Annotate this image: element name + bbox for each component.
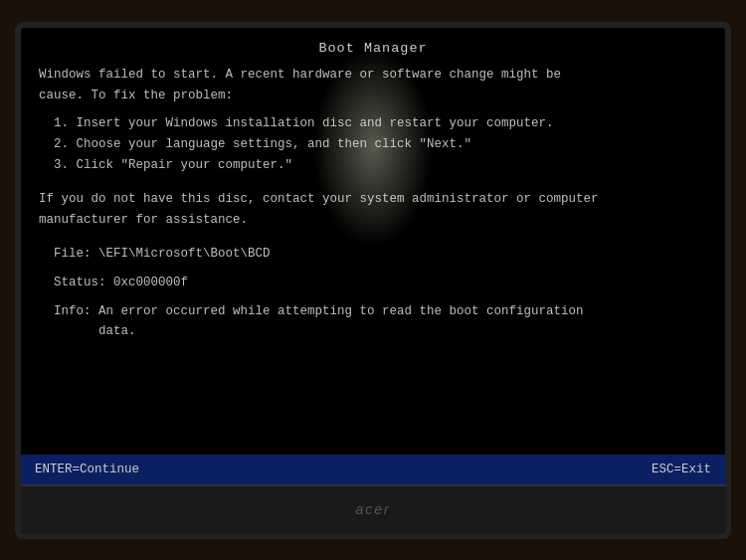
file-label: File: \EFI\Microsoft\Boot\BCD xyxy=(39,244,707,265)
esc-exit[interactable]: ESC=Exit xyxy=(652,463,711,476)
title-text: Boot Manager xyxy=(318,41,427,56)
contact-line2: manufacturer for assistance. xyxy=(39,210,707,231)
enter-continue[interactable]: ENTER=Continue xyxy=(35,463,139,476)
bottom-bar: ENTER=Continue ESC=Exit xyxy=(21,455,725,484)
brand-label: acer xyxy=(355,501,390,517)
error-text: Windows failed to start. A recent hardwa… xyxy=(39,65,707,342)
contact-line1: If you do not have this disc, contact yo… xyxy=(39,189,707,210)
monitor: Boot Manager Windows failed to start. A … xyxy=(15,22,731,539)
step3: 3. Click "Repair your computer." xyxy=(39,155,707,176)
title-bar: Boot Manager xyxy=(39,38,707,60)
screen: Boot Manager Windows failed to start. A … xyxy=(21,28,725,484)
error-line1: Windows failed to start. A recent hardwa… xyxy=(39,65,707,86)
monitor-base: acer xyxy=(21,484,725,533)
error-line2: cause. To fix the problem: xyxy=(39,86,707,106)
step1: 1. Insert your Windows installation disc… xyxy=(39,113,707,134)
screen-content: Boot Manager Windows failed to start. A … xyxy=(21,28,725,484)
info-label2: data. xyxy=(39,321,707,342)
status-label: Status: 0xc000000f xyxy=(39,273,707,293)
step2: 2. Choose your language settings, and th… xyxy=(39,134,707,155)
info-label1: Info: An error occurred while attempting… xyxy=(39,301,707,322)
